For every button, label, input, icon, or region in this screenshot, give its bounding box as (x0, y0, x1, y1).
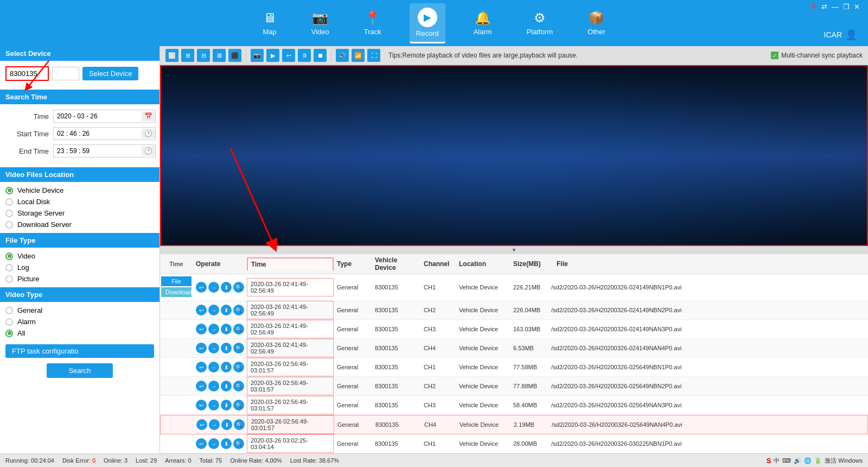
nav-item-alarm[interactable]: 🔔 Alarm (467, 6, 499, 40)
row-left-col (160, 365, 193, 369)
operate-icon[interactable]: → (208, 343, 219, 354)
option-log[interactable]: Log (5, 263, 154, 272)
option-alarm[interactable]: Alarm (5, 318, 154, 326)
play-button[interactable]: ▶ (266, 49, 279, 62)
option-local-disk[interactable]: Local Disk (5, 198, 154, 206)
replay-button[interactable]: ↩ (282, 49, 295, 62)
end-time-input[interactable] (54, 145, 142, 157)
operate-icon[interactable]: 🔍 (234, 419, 245, 430)
operate-icon[interactable]: ↩ (196, 343, 207, 354)
operate-icon[interactable]: ↩ (196, 324, 207, 335)
operate-icon[interactable]: 🔍 (233, 400, 244, 411)
operate-icon[interactable]: → (208, 438, 219, 449)
option-general[interactable]: General (5, 306, 154, 314)
nav-item-track[interactable]: 📍 Track (358, 6, 388, 40)
col-header-vehicle: Vehicle Device (372, 254, 420, 274)
device-extra-input[interactable] (52, 67, 79, 80)
end-time-clock-icon[interactable]: 🕐 (142, 146, 155, 156)
layout-1-button[interactable]: ⬜ (165, 49, 178, 62)
operate-icon[interactable]: 🔍 (233, 362, 244, 373)
operate-icon[interactable]: → (208, 282, 219, 293)
operate-icon[interactable]: → (209, 419, 220, 430)
file-table-header: Time Operate Time Type Vehicle Device Ch… (160, 254, 868, 274)
restore-icon[interactable]: ❐ (843, 3, 850, 11)
operate-icon[interactable]: ⬇ (221, 305, 232, 315)
operate-icon[interactable]: ⬇ (221, 282, 232, 293)
option-storage-server[interactable]: Storage Server (5, 209, 154, 217)
layout-4-button[interactable]: ⊞ (181, 49, 194, 62)
pause-button[interactable]: ⏸ (298, 49, 311, 62)
layout-9-button[interactable]: ⊠ (213, 49, 226, 62)
operate-icon[interactable]: ↩ (196, 282, 207, 293)
search-button[interactable]: Search (47, 363, 112, 378)
row-location: Vehicle Device (456, 343, 510, 354)
fullscreen-button[interactable]: ⛶ (367, 49, 380, 62)
volume-button[interactable]: 🔊 (336, 49, 349, 62)
calendar-icon[interactable]: 📅 (142, 111, 155, 121)
table-row: ↩→⬇🔍2020-03-26 02:41:49-02:56:49General8… (160, 301, 868, 320)
right-panel: ⬜ ⊞ ⊟ ⊠ ⬛ 📷 ▶ ↩ ⏸ ⏹ 🔊 📶 ⛶ Tips:Remote pl… (160, 46, 868, 453)
operate-icon[interactable]: ⬇ (221, 362, 232, 373)
select-device-button[interactable]: Select Device (82, 67, 138, 80)
video-type-header: Video Type (0, 287, 159, 302)
time-input[interactable] (54, 110, 142, 122)
sync-checkbox[interactable]: ✓ (771, 52, 778, 59)
operate-icon[interactable]: ⬇ (221, 324, 232, 335)
sync-check[interactable]: ✓ Multi-channel sync playback (771, 52, 863, 59)
snapshot-button[interactable]: 📷 (251, 49, 264, 62)
option-video[interactable]: Video (5, 252, 154, 260)
nav-item-platform[interactable]: ⚙ Platform (520, 6, 559, 40)
help-icon[interactable]: ❓ (808, 3, 817, 11)
operate-icon[interactable]: → (208, 381, 219, 392)
operate-icon[interactable]: 🔍 (233, 324, 244, 335)
operate-icon[interactable]: → (208, 324, 219, 335)
nav-item-other[interactable]: 📦 Other (581, 6, 612, 40)
ftp-task-button[interactable]: FTP task configuratio (5, 344, 154, 358)
refresh-icon[interactable]: ⇄ (821, 3, 827, 11)
start-time-clock-icon[interactable]: 🕐 (142, 129, 155, 138)
option-vehicle-device[interactable]: Vehicle Device (5, 186, 154, 194)
file-tab-button[interactable]: File (161, 276, 192, 286)
nav-item-map[interactable]: 🖥 Map (256, 6, 283, 40)
download-tab-button[interactable]: Download (161, 287, 192, 297)
operate-icon[interactable]: → (208, 400, 219, 411)
operate-icon[interactable]: ↩ (196, 400, 207, 411)
operate-icon[interactable]: → (208, 362, 219, 373)
operate-icon[interactable]: ⬇ (221, 381, 232, 392)
device-id-input[interactable] (5, 66, 49, 81)
nav-item-video[interactable]: 📷 Video (305, 6, 336, 40)
nav-item-record[interactable]: ▶ Record (410, 3, 445, 43)
operate-icon[interactable]: ⬇ (221, 419, 232, 430)
option-all[interactable]: All (5, 329, 154, 337)
operate-icon[interactable]: 🔍 (233, 381, 244, 392)
operate-icon[interactable]: ⬇ (221, 438, 232, 449)
row-type: General (334, 305, 372, 315)
operate-icon[interactable]: ↩ (196, 381, 207, 392)
operate-icon[interactable]: → (208, 305, 219, 315)
operate-icon[interactable]: ⬇ (221, 400, 232, 411)
option-picture[interactable]: Picture (5, 275, 154, 283)
operate-icon[interactable]: ⬇ (221, 343, 232, 354)
alarm-icon: 🔔 (475, 10, 491, 26)
close-icon[interactable]: ✕ (854, 3, 860, 11)
row-vehicle: 8300135 (372, 305, 420, 315)
end-time-label: End Time (5, 147, 49, 155)
layout-6-button[interactable]: ⊟ (197, 49, 210, 62)
operate-icon[interactable]: 🔍 (233, 282, 244, 293)
operate-icon[interactable]: ↩ (196, 419, 207, 430)
option-download-server[interactable]: Download Server (5, 220, 154, 229)
operate-icon[interactable]: ↩ (196, 438, 207, 449)
radio-log (5, 264, 13, 272)
signal-button[interactable]: 📶 (352, 49, 365, 62)
layout-custom-button[interactable]: ⬛ (228, 49, 241, 62)
operate-icon[interactable]: ↩ (196, 305, 207, 315)
stop-button[interactable]: ⏹ (314, 49, 327, 62)
operate-icon[interactable]: 🔍 (233, 305, 244, 315)
minimize-icon[interactable]: — (832, 3, 839, 11)
row-size: 77.58MB (510, 362, 548, 373)
start-time-input[interactable] (54, 128, 142, 140)
video-files-location-options: Vehicle Device Local Disk Storage Server… (0, 182, 159, 233)
operate-icon[interactable]: ↩ (196, 362, 207, 373)
operate-icon[interactable]: 🔍 (233, 438, 244, 449)
operate-icon[interactable]: 🔍 (233, 343, 244, 354)
